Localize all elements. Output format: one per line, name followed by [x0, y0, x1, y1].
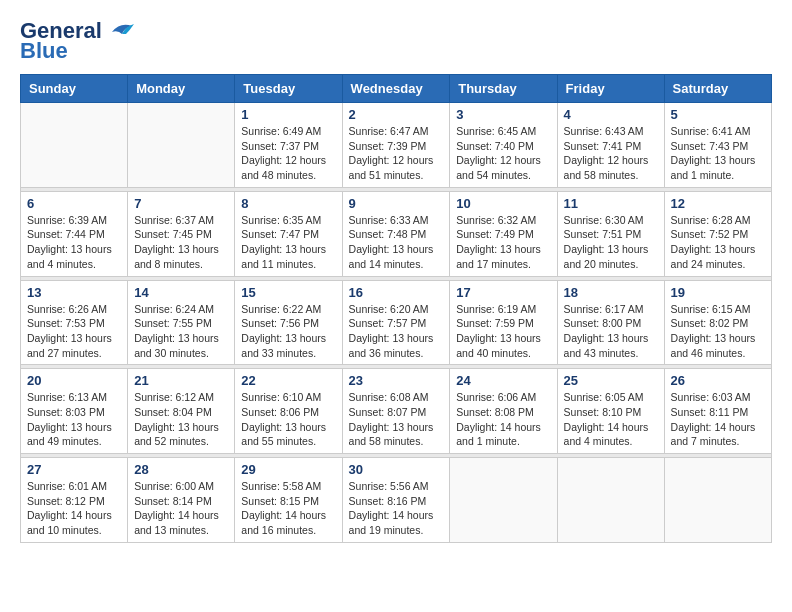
day-info: Sunrise: 6:47 AM Sunset: 7:39 PM Dayligh…: [349, 124, 444, 183]
calendar-day-cell: 29Sunrise: 5:58 AM Sunset: 8:15 PM Dayli…: [235, 458, 342, 543]
calendar-day-cell: 14Sunrise: 6:24 AM Sunset: 7:55 PM Dayli…: [128, 280, 235, 365]
day-info: Sunrise: 6:20 AM Sunset: 7:57 PM Dayligh…: [349, 302, 444, 361]
calendar-week-row: 20Sunrise: 6:13 AM Sunset: 8:03 PM Dayli…: [21, 369, 772, 454]
day-number: 21: [134, 373, 228, 388]
weekday-header: Saturday: [664, 75, 771, 103]
day-info: Sunrise: 6:05 AM Sunset: 8:10 PM Dayligh…: [564, 390, 658, 449]
calendar-day-cell: 27Sunrise: 6:01 AM Sunset: 8:12 PM Dayli…: [21, 458, 128, 543]
day-number: 12: [671, 196, 765, 211]
calendar-day-cell: 1Sunrise: 6:49 AM Sunset: 7:37 PM Daylig…: [235, 103, 342, 188]
day-info: Sunrise: 6:45 AM Sunset: 7:40 PM Dayligh…: [456, 124, 550, 183]
calendar-day-cell: 21Sunrise: 6:12 AM Sunset: 8:04 PM Dayli…: [128, 369, 235, 454]
calendar-day-cell: 28Sunrise: 6:00 AM Sunset: 8:14 PM Dayli…: [128, 458, 235, 543]
calendar-day-cell: 18Sunrise: 6:17 AM Sunset: 8:00 PM Dayli…: [557, 280, 664, 365]
day-number: 3: [456, 107, 550, 122]
day-info: Sunrise: 6:26 AM Sunset: 7:53 PM Dayligh…: [27, 302, 121, 361]
calendar-day-cell: 4Sunrise: 6:43 AM Sunset: 7:41 PM Daylig…: [557, 103, 664, 188]
calendar-day-cell: 15Sunrise: 6:22 AM Sunset: 7:56 PM Dayli…: [235, 280, 342, 365]
day-number: 2: [349, 107, 444, 122]
day-info: Sunrise: 6:43 AM Sunset: 7:41 PM Dayligh…: [564, 124, 658, 183]
day-info: Sunrise: 6:22 AM Sunset: 7:56 PM Dayligh…: [241, 302, 335, 361]
day-number: 28: [134, 462, 228, 477]
day-number: 16: [349, 285, 444, 300]
calendar-day-cell: 11Sunrise: 6:30 AM Sunset: 7:51 PM Dayli…: [557, 191, 664, 276]
logo-bird-icon: [104, 20, 136, 42]
day-info: Sunrise: 6:33 AM Sunset: 7:48 PM Dayligh…: [349, 213, 444, 272]
day-info: Sunrise: 6:35 AM Sunset: 7:47 PM Dayligh…: [241, 213, 335, 272]
day-info: Sunrise: 6:41 AM Sunset: 7:43 PM Dayligh…: [671, 124, 765, 183]
day-info: Sunrise: 6:37 AM Sunset: 7:45 PM Dayligh…: [134, 213, 228, 272]
calendar-day-cell: 6Sunrise: 6:39 AM Sunset: 7:44 PM Daylig…: [21, 191, 128, 276]
calendar-week-row: 1Sunrise: 6:49 AM Sunset: 7:37 PM Daylig…: [21, 103, 772, 188]
calendar-day-cell: 13Sunrise: 6:26 AM Sunset: 7:53 PM Dayli…: [21, 280, 128, 365]
day-info: Sunrise: 6:13 AM Sunset: 8:03 PM Dayligh…: [27, 390, 121, 449]
calendar-week-row: 27Sunrise: 6:01 AM Sunset: 8:12 PM Dayli…: [21, 458, 772, 543]
calendar-day-cell: 10Sunrise: 6:32 AM Sunset: 7:49 PM Dayli…: [450, 191, 557, 276]
calendar-day-cell: 19Sunrise: 6:15 AM Sunset: 8:02 PM Dayli…: [664, 280, 771, 365]
calendar-day-cell: [128, 103, 235, 188]
calendar-day-cell: 3Sunrise: 6:45 AM Sunset: 7:40 PM Daylig…: [450, 103, 557, 188]
calendar-day-cell: 25Sunrise: 6:05 AM Sunset: 8:10 PM Dayli…: [557, 369, 664, 454]
day-info: Sunrise: 6:24 AM Sunset: 7:55 PM Dayligh…: [134, 302, 228, 361]
day-number: 1: [241, 107, 335, 122]
day-number: 26: [671, 373, 765, 388]
day-info: Sunrise: 6:17 AM Sunset: 8:00 PM Dayligh…: [564, 302, 658, 361]
day-info: Sunrise: 6:19 AM Sunset: 7:59 PM Dayligh…: [456, 302, 550, 361]
calendar-day-cell: 16Sunrise: 6:20 AM Sunset: 7:57 PM Dayli…: [342, 280, 450, 365]
calendar-table: SundayMondayTuesdayWednesdayThursdayFrid…: [20, 74, 772, 543]
calendar-week-row: 13Sunrise: 6:26 AM Sunset: 7:53 PM Dayli…: [21, 280, 772, 365]
calendar-day-cell: 8Sunrise: 6:35 AM Sunset: 7:47 PM Daylig…: [235, 191, 342, 276]
day-number: 9: [349, 196, 444, 211]
calendar-day-cell: 5Sunrise: 6:41 AM Sunset: 7:43 PM Daylig…: [664, 103, 771, 188]
header: General Blue: [20, 20, 772, 64]
calendar-day-cell: 7Sunrise: 6:37 AM Sunset: 7:45 PM Daylig…: [128, 191, 235, 276]
calendar-header-row: SundayMondayTuesdayWednesdayThursdayFrid…: [21, 75, 772, 103]
day-info: Sunrise: 6:08 AM Sunset: 8:07 PM Dayligh…: [349, 390, 444, 449]
day-info: Sunrise: 6:39 AM Sunset: 7:44 PM Dayligh…: [27, 213, 121, 272]
day-info: Sunrise: 6:03 AM Sunset: 8:11 PM Dayligh…: [671, 390, 765, 449]
day-number: 30: [349, 462, 444, 477]
calendar-day-cell: 12Sunrise: 6:28 AM Sunset: 7:52 PM Dayli…: [664, 191, 771, 276]
calendar-day-cell: [664, 458, 771, 543]
day-number: 25: [564, 373, 658, 388]
day-number: 17: [456, 285, 550, 300]
day-number: 14: [134, 285, 228, 300]
calendar-day-cell: [450, 458, 557, 543]
day-info: Sunrise: 6:15 AM Sunset: 8:02 PM Dayligh…: [671, 302, 765, 361]
calendar-day-cell: [21, 103, 128, 188]
day-number: 18: [564, 285, 658, 300]
day-number: 6: [27, 196, 121, 211]
day-info: Sunrise: 6:30 AM Sunset: 7:51 PM Dayligh…: [564, 213, 658, 272]
day-number: 22: [241, 373, 335, 388]
day-info: Sunrise: 6:28 AM Sunset: 7:52 PM Dayligh…: [671, 213, 765, 272]
calendar-day-cell: 26Sunrise: 6:03 AM Sunset: 8:11 PM Dayli…: [664, 369, 771, 454]
calendar-day-cell: 2Sunrise: 6:47 AM Sunset: 7:39 PM Daylig…: [342, 103, 450, 188]
day-info: Sunrise: 6:00 AM Sunset: 8:14 PM Dayligh…: [134, 479, 228, 538]
day-info: Sunrise: 5:58 AM Sunset: 8:15 PM Dayligh…: [241, 479, 335, 538]
day-number: 24: [456, 373, 550, 388]
calendar-day-cell: 23Sunrise: 6:08 AM Sunset: 8:07 PM Dayli…: [342, 369, 450, 454]
day-number: 23: [349, 373, 444, 388]
day-number: 8: [241, 196, 335, 211]
weekday-header: Sunday: [21, 75, 128, 103]
day-number: 13: [27, 285, 121, 300]
weekday-header: Friday: [557, 75, 664, 103]
day-info: Sunrise: 6:06 AM Sunset: 8:08 PM Dayligh…: [456, 390, 550, 449]
weekday-header: Monday: [128, 75, 235, 103]
day-number: 4: [564, 107, 658, 122]
day-number: 15: [241, 285, 335, 300]
day-info: Sunrise: 6:10 AM Sunset: 8:06 PM Dayligh…: [241, 390, 335, 449]
calendar-day-cell: 20Sunrise: 6:13 AM Sunset: 8:03 PM Dayli…: [21, 369, 128, 454]
day-info: Sunrise: 6:49 AM Sunset: 7:37 PM Dayligh…: [241, 124, 335, 183]
calendar-day-cell: 30Sunrise: 5:56 AM Sunset: 8:16 PM Dayli…: [342, 458, 450, 543]
day-number: 27: [27, 462, 121, 477]
weekday-header: Thursday: [450, 75, 557, 103]
day-info: Sunrise: 6:12 AM Sunset: 8:04 PM Dayligh…: [134, 390, 228, 449]
day-info: Sunrise: 5:56 AM Sunset: 8:16 PM Dayligh…: [349, 479, 444, 538]
calendar-day-cell: 17Sunrise: 6:19 AM Sunset: 7:59 PM Dayli…: [450, 280, 557, 365]
calendar-day-cell: [557, 458, 664, 543]
day-number: 29: [241, 462, 335, 477]
weekday-header: Tuesday: [235, 75, 342, 103]
calendar-week-row: 6Sunrise: 6:39 AM Sunset: 7:44 PM Daylig…: [21, 191, 772, 276]
weekday-header: Wednesday: [342, 75, 450, 103]
